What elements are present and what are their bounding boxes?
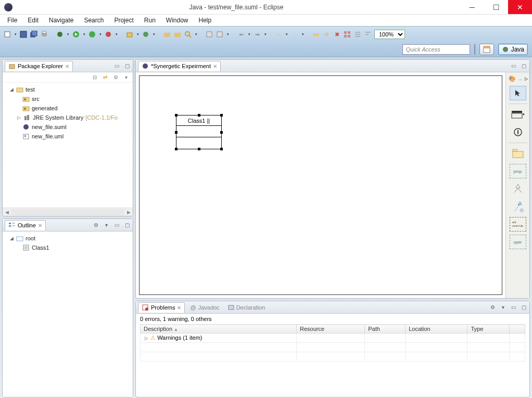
filter-icon[interactable]: ⚙ [112,74,119,81]
align2-icon[interactable] [364,30,372,38]
menu-help[interactable]: Help [195,16,216,25]
grid-icon[interactable] [343,30,351,38]
tree-project[interactable]: ◢test [5,85,131,94]
outline-menu-icon[interactable]: ▾ [103,222,110,229]
java-perspective-button[interactable]: Java [498,44,528,55]
palette-colors-icon[interactable]: 🎨 [508,74,516,83]
declaration-tab[interactable]: Declaration [225,304,269,311]
menu-search[interactable]: Search [80,16,108,25]
toggle-dropdown[interactable]: ▾ [226,30,230,38]
nav-prev-icon[interactable]: ⬅ [237,30,245,38]
maximize-view-icon[interactable]: ▢ [123,62,131,70]
new-package-dropdown[interactable]: ▾ [136,30,140,38]
new-package-icon[interactable] [125,30,134,38]
minimize-view-icon[interactable]: ▭ [113,222,120,229]
toggle-icon-2[interactable] [216,30,224,38]
minimize-view-icon[interactable]: ▭ [510,62,517,70]
forward-icon[interactable]: → [290,30,299,38]
palette-attr-override-tool[interactable]: attr override [510,217,526,232]
forward-dropdown[interactable]: ▾ [301,30,305,38]
view-menu-icon[interactable]: ▾ [122,74,130,81]
open-type-icon[interactable] [163,30,171,38]
tab-close-icon[interactable]: ✕ [177,305,181,311]
debug-dropdown[interactable]: ▾ [66,30,70,38]
palette-expand-icon[interactable]: ▷ [525,76,528,81]
palette-compartment-tool[interactable]: ▾ [510,107,526,122]
menu-navigate[interactable]: Navigate [45,16,78,25]
external-tools-dropdown[interactable]: ▾ [115,30,118,38]
maximize-view-icon[interactable]: ▢ [123,222,131,229]
nav-next-icon[interactable]: ➡ [253,30,261,38]
back-icon[interactable]: ← [274,30,283,38]
menu-file[interactable]: File [3,16,21,25]
save-all-icon[interactable] [30,30,38,38]
delete-icon[interactable]: ✖ [333,30,341,38]
tree-file-uml[interactable]: new_file.uml [5,132,131,141]
toggle-icon-1[interactable] [205,30,213,38]
run-last-icon[interactable] [88,30,96,38]
col-description[interactable]: Description ▲ [141,325,297,333]
palette-menu-icon[interactable]: … [518,76,523,81]
palette-realization-tool[interactable]: (I) [510,199,526,214]
save-icon[interactable] [19,30,28,38]
new-dropdown[interactable]: ▾ [14,30,17,38]
run-dropdown[interactable]: ▾ [82,30,86,38]
tree-src[interactable]: src [5,94,131,104]
palette-oper-tool[interactable]: oper [510,235,526,249]
col-type[interactable]: Type [467,325,510,333]
problems-tab[interactable]: Problems ✕ [138,302,185,313]
tree-generated[interactable]: generated [5,104,131,113]
maximize-button[interactable]: ☐ [484,0,508,14]
tree-jre[interactable]: ▷JRE System Library [CDC-1.1/Fo [5,113,131,122]
palette-generalization-tool[interactable] [510,182,526,196]
new-icon[interactable] [3,30,11,38]
col-resource[interactable]: Resource [297,325,365,333]
align-icon[interactable] [353,30,362,38]
run-last-dropdown[interactable]: ▾ [98,30,102,38]
col-location[interactable]: Location [406,325,467,333]
palette-prop-tool[interactable]: prop [510,164,526,178]
palette-interface-tool[interactable]: I [510,125,526,139]
collapse-all-icon[interactable]: ⊟ [91,74,98,81]
menu-project[interactable]: Project [110,16,137,25]
outline-tab[interactable]: Outline ✕ [5,220,46,230]
tree-file-suml[interactable]: new_file.suml [5,122,131,132]
zoom-selector[interactable]: 100% [374,30,405,39]
class-attrs-compartment[interactable] [176,126,221,137]
print-icon[interactable] [40,30,48,38]
nav-next-dropdown[interactable]: ▾ [263,30,267,38]
problems-filter-icon[interactable]: ⚙ [489,304,496,311]
class-ops-compartment[interactable] [176,137,221,149]
outline-class1[interactable]: Class1 [5,243,131,252]
refresh-icon[interactable]: ⟳ [322,30,331,38]
tab-close-icon[interactable]: ✕ [65,63,69,69]
javadoc-tab[interactable]: @Javadoc [187,304,222,311]
tab-close-icon[interactable]: ✕ [213,63,217,69]
tab-close-icon[interactable]: ✕ [38,223,42,228]
minimize-view-icon[interactable]: ▭ [113,62,120,70]
new-class-dropdown[interactable]: ▾ [152,30,156,38]
package-hscrollbar[interactable]: ◀▶ [3,208,133,216]
maximize-view-icon[interactable]: ▢ [520,304,527,311]
nav-prev-dropdown[interactable]: ▾ [247,30,251,38]
diagram-canvas[interactable]: Class1 || [139,75,502,295]
col-path[interactable]: Path [365,325,406,333]
link-editor-icon[interactable]: ⇄ [102,74,109,81]
open-task-icon[interactable] [173,30,182,38]
search-icon[interactable] [184,30,192,38]
menu-run[interactable]: Run [140,16,160,25]
quick-access-input[interactable]: Quick Access [402,44,470,55]
debug-icon[interactable] [56,30,64,38]
maximize-view-icon[interactable]: ▢ [520,62,527,70]
package-explorer-tab[interactable]: Package Explorer ✕ [5,61,73,71]
palette-select-tool[interactable] [510,86,526,100]
problems-menu-icon[interactable]: ▾ [499,304,506,311]
editor-tab[interactable]: *Synergetic Expeirment ✕ [138,61,221,71]
menu-window[interactable]: Window [162,16,193,25]
class-name-compartment[interactable]: Class1 || [176,115,221,126]
outline-filter-icon[interactable]: ⚙ [92,222,99,229]
table-row[interactable]: ▷ ⚠ Warnings (1 item) [141,333,525,343]
close-button[interactable]: ✕ [508,0,532,14]
search-dropdown[interactable]: ▾ [194,30,198,38]
external-tools-icon[interactable] [104,30,112,38]
